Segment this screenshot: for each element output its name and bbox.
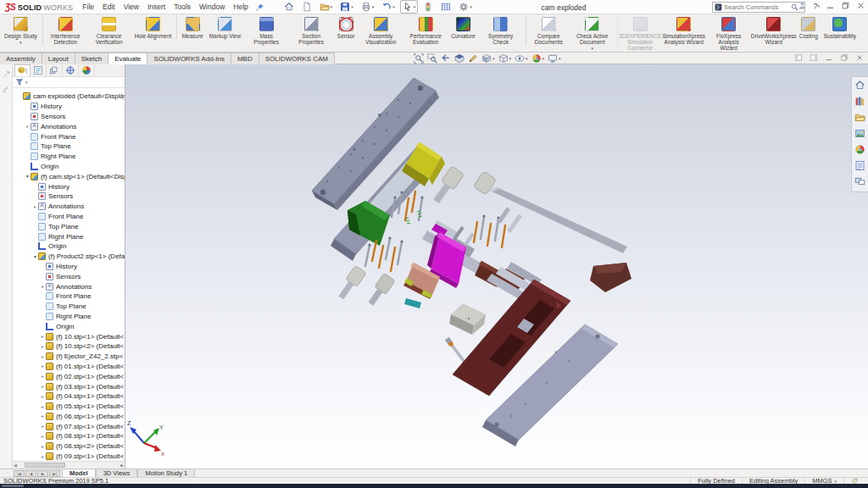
expand-arrow-icon[interactable] bbox=[40, 334, 46, 339]
design-library-tab[interactable] bbox=[854, 96, 865, 108]
help-button[interactable]: ?▾ bbox=[813, 2, 820, 10]
commandmanager-tab[interactable]: SOLIDWORKS Add-Ins bbox=[147, 53, 231, 64]
ribbon-button[interactable]: Mass Properties ▾ bbox=[244, 15, 288, 45]
expand-arrow-icon[interactable] bbox=[40, 363, 46, 369]
tree-item[interactable]: (f) 01.stp<1> (Default< bbox=[13, 362, 125, 372]
close-button[interactable] bbox=[856, 1, 865, 10]
tree-item[interactable]: (f) 10.stp<2> (Default< bbox=[13, 341, 125, 352]
view-settings-button[interactable]: ▾ bbox=[548, 53, 561, 64]
ribbon-button[interactable]: Sustainability ▾ bbox=[821, 15, 859, 39]
zoom-to-fit-button[interactable]: ▾ bbox=[414, 53, 424, 64]
featuremanager-tab[interactable] bbox=[14, 64, 31, 76]
expand-arrow-icon[interactable] bbox=[40, 444, 46, 449]
tree-item[interactable]: Front Plane bbox=[13, 131, 125, 141]
menu-item[interactable]: Tools bbox=[170, 0, 195, 14]
scrollbar-thumb[interactable] bbox=[25, 463, 65, 468]
pane-split-right-button[interactable] bbox=[810, 53, 818, 64]
pin-icon[interactable] bbox=[255, 3, 264, 12]
expand-arrow-icon[interactable] bbox=[40, 454, 46, 459]
tree-item[interactable]: History bbox=[13, 262, 125, 272]
tree-item[interactable]: (f) 04.stp<1> (Default< bbox=[13, 391, 125, 402]
search-commands-box[interactable]: ▾ bbox=[712, 2, 805, 13]
doc-close-button[interactable] bbox=[855, 53, 864, 64]
ribbon-button[interactable]: Design Study ▾ bbox=[2, 15, 40, 45]
tree-item[interactable]: (f) 02.stp<1> (Default< bbox=[13, 371, 125, 381]
previous-view-button[interactable]: ▾ bbox=[441, 53, 451, 64]
new-document-button[interactable]: ▾ bbox=[299, 0, 314, 14]
tree-item[interactable]: (f) Product2.stp<1> (Defau bbox=[13, 252, 125, 262]
section-view-button[interactable]: ▾ bbox=[454, 53, 465, 64]
tree-item[interactable]: Annotations bbox=[13, 121, 125, 131]
commandmanager-tab[interactable]: Sketch bbox=[75, 53, 108, 64]
menu-item[interactable]: Insert bbox=[143, 0, 170, 14]
measure-shortcut-icon[interactable] bbox=[2, 70, 10, 79]
login-button[interactable] bbox=[798, 1, 807, 10]
expand-arrow-icon[interactable] bbox=[40, 394, 46, 399]
next-tab-button[interactable]: ▶ bbox=[37, 470, 48, 477]
file-properties-button[interactable]: ▾ bbox=[438, 0, 453, 14]
doc-restore-button[interactable] bbox=[840, 53, 849, 64]
undo-button[interactable]: ▾ bbox=[379, 0, 398, 14]
pane-split-left-button[interactable] bbox=[794, 53, 803, 64]
expand-arrow-icon[interactable] bbox=[40, 384, 46, 389]
tree-item[interactable]: (f) 08.stp<1> (Default< bbox=[13, 431, 125, 441]
first-tab-button[interactable]: |◀ bbox=[14, 470, 25, 477]
tree-item[interactable]: Origin bbox=[13, 241, 125, 252]
tree-item[interactable]: (f) 10.stp<1> (Default< bbox=[13, 331, 125, 341]
commandmanager-tab[interactable]: Evaluate bbox=[108, 53, 147, 64]
tree-item[interactable]: Front Plane bbox=[13, 212, 125, 222]
tree-item[interactable]: Right Plane bbox=[13, 312, 125, 322]
menu-item[interactable]: Window bbox=[195, 0, 229, 14]
rebuild-button[interactable]: ▾ bbox=[420, 0, 436, 14]
ribbon-button[interactable]: Clearance Verification ▾ bbox=[87, 15, 131, 45]
menu-item[interactable]: Help bbox=[229, 0, 252, 14]
tree-item[interactable]: Sensors bbox=[13, 112, 125, 122]
tree-item[interactable]: Top Plane bbox=[13, 221, 125, 231]
scroll-left-arrow[interactable]: ◀ bbox=[14, 463, 17, 468]
annotation-views-button[interactable]: ▾ bbox=[468, 53, 478, 64]
display-style-button[interactable]: ▾ bbox=[498, 53, 512, 64]
section-shortcut-icon[interactable] bbox=[2, 86, 10, 94]
tree-item[interactable]: History bbox=[13, 102, 125, 112]
tree-item[interactable]: (f) cam.stp<1> (Default<Displa bbox=[13, 171, 125, 181]
ribbon-button[interactable]: Curvature ▾ bbox=[448, 15, 478, 39]
view-palette-tab[interactable] bbox=[854, 128, 865, 141]
home-button[interactable]: ▾ bbox=[281, 0, 297, 14]
chevron-down-icon[interactable]: ▾ bbox=[25, 80, 28, 85]
scroll-down-arrow[interactable]: ▼ bbox=[120, 454, 124, 459]
tree-item[interactable]: Sensors bbox=[13, 271, 125, 281]
restore-button[interactable] bbox=[841, 1, 850, 10]
ribbon-button[interactable]: 3DEXPERIENCE Simulation Connector ▾ bbox=[617, 15, 661, 51]
commandmanager-tab[interactable]: SOLIDWORKS CAM bbox=[259, 53, 335, 64]
ribbon-button[interactable]: Hole Alignment ▾ bbox=[132, 15, 175, 39]
tree-item[interactable]: Annotations bbox=[13, 202, 125, 212]
menu-item[interactable]: File bbox=[78, 0, 98, 14]
ribbon-button[interactable]: DriveWorksXpress Wizard ▾ bbox=[752, 15, 796, 45]
tree-item[interactable]: (f) Ejector_Z42_2.stp< bbox=[13, 352, 125, 362]
scroll-up-arrow[interactable]: ▲ bbox=[120, 92, 124, 97]
tree-item[interactable]: (f) 03.stp<1> (Default< bbox=[13, 381, 125, 391]
tree-horizontal-scrollbar[interactable]: ◀ ▶ bbox=[13, 461, 125, 469]
tree-item[interactable]: Front Plane bbox=[13, 291, 125, 302]
ribbon-button[interactable]: Symmetry Check ▾ bbox=[479, 15, 523, 45]
tree-item[interactable]: (f) 06.stp<1> (Default< bbox=[13, 412, 125, 422]
custom-properties-tab[interactable] bbox=[854, 160, 865, 173]
tree-item[interactable]: History bbox=[13, 181, 125, 191]
ribbon-button[interactable]: Interference Detection ▾ bbox=[42, 15, 86, 45]
ribbon-button[interactable]: Section Properties ▾ bbox=[289, 15, 333, 45]
tree-item[interactable]: Top Plane bbox=[13, 302, 125, 312]
expand-arrow-icon[interactable] bbox=[40, 413, 46, 419]
view-orientation-button[interactable]: ▾ bbox=[481, 53, 495, 64]
expand-arrow-icon[interactable] bbox=[40, 374, 46, 379]
expand-arrow-icon[interactable] bbox=[40, 354, 46, 359]
expand-arrow-icon[interactable] bbox=[25, 124, 31, 129]
tree-item[interactable]: Top Plane bbox=[13, 141, 125, 152]
ribbon-button[interactable]: Costing ▾ bbox=[797, 15, 821, 39]
expand-arrow-icon[interactable] bbox=[40, 424, 46, 429]
expand-arrow-icon[interactable] bbox=[25, 174, 31, 179]
hide-show-items-button[interactable]: ▾ bbox=[515, 53, 528, 64]
tree-item[interactable]: Right Plane bbox=[13, 152, 125, 162]
tree-item[interactable]: Origin bbox=[13, 162, 125, 172]
ribbon-button[interactable]: Markup View ▾ bbox=[207, 15, 243, 39]
tree-item[interactable]: (f) 05.stp<1> (Default< bbox=[13, 402, 125, 412]
